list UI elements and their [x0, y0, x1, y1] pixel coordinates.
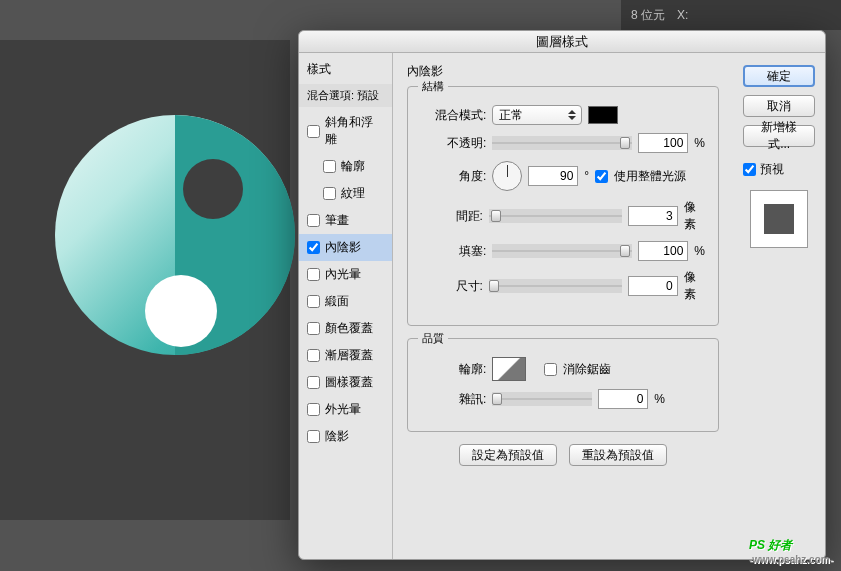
bit-depth-label: 8 位元 — [631, 7, 665, 24]
distance-slider[interactable] — [489, 209, 622, 223]
style-satin[interactable]: 緞面 — [299, 288, 392, 315]
color-swatch[interactable] — [588, 106, 618, 124]
quality-fieldset: 品質 輪廓: 消除鋸齒 雜訊: % — [407, 338, 719, 432]
style-stroke-label: 筆畫 — [325, 212, 349, 229]
style-color-overlay-check[interactable] — [307, 322, 320, 335]
artwork-notch — [183, 159, 243, 219]
style-stroke-check[interactable] — [307, 214, 320, 227]
style-inner-shadow-label: 內陰影 — [325, 239, 361, 256]
quality-legend: 品質 — [418, 331, 448, 346]
size-input[interactable] — [628, 276, 678, 296]
dialog-title: 圖層樣式 — [299, 31, 825, 53]
opacity-slider[interactable] — [492, 136, 632, 150]
style-bevel[interactable]: 斜角和浮雕 — [299, 109, 392, 153]
ok-button[interactable]: 確定 — [743, 65, 815, 87]
distance-input[interactable] — [628, 206, 678, 226]
distance-label: 間距: — [420, 208, 483, 225]
style-outer-glow-label: 外光暈 — [325, 401, 361, 418]
structure-legend: 結構 — [418, 79, 448, 94]
distance-unit: 像素 — [684, 199, 707, 233]
style-inner-glow-check[interactable] — [307, 268, 320, 281]
blend-mode-label: 混合模式: — [420, 107, 486, 124]
cancel-button[interactable]: 取消 — [743, 95, 815, 117]
noise-thumb[interactable] — [492, 393, 502, 405]
watermark-url: -www.psahz.com- — [749, 554, 833, 565]
style-bevel-check[interactable] — [307, 125, 320, 138]
angle-input[interactable] — [528, 166, 578, 186]
app-top-strip: 8 位元 X: — [621, 0, 841, 30]
style-outer-glow-check[interactable] — [307, 403, 320, 416]
style-inner-shadow-check[interactable] — [307, 241, 320, 254]
distance-thumb[interactable] — [491, 210, 501, 222]
styles-list: 樣式 混合選項: 預設 斜角和浮雕 輪廓 紋理 筆畫 內陰影 內光暈 緞面 顏色… — [299, 53, 393, 559]
style-inner-glow[interactable]: 內光暈 — [299, 261, 392, 288]
style-inner-glow-label: 內光暈 — [325, 266, 361, 283]
panel-title: 內陰影 — [407, 63, 719, 80]
preview-label: 預視 — [760, 161, 784, 178]
style-contour-label: 輪廓 — [341, 158, 365, 175]
style-color-overlay[interactable]: 顏色覆蓋 — [299, 315, 392, 342]
size-unit: 像素 — [684, 269, 707, 303]
global-light-label: 使用整體光源 — [614, 168, 686, 185]
artwork-circle — [55, 115, 295, 355]
style-bevel-label: 斜角和浮雕 — [325, 114, 384, 148]
style-pattern-overlay[interactable]: 圖樣覆蓋 — [299, 369, 392, 396]
style-inner-shadow[interactable]: 內陰影 — [299, 234, 392, 261]
opacity-input[interactable] — [638, 133, 688, 153]
angle-dial[interactable] — [492, 161, 522, 191]
size-thumb[interactable] — [489, 280, 499, 292]
style-color-overlay-label: 顏色覆蓋 — [325, 320, 373, 337]
style-pattern-overlay-label: 圖樣覆蓋 — [325, 374, 373, 391]
opacity-unit: % — [694, 136, 705, 150]
style-texture-check[interactable] — [323, 187, 336, 200]
action-column: 確定 取消 新增樣式... 預視 — [733, 53, 825, 559]
style-gradient-overlay-check[interactable] — [307, 349, 320, 362]
style-pattern-overlay-check[interactable] — [307, 376, 320, 389]
opacity-thumb[interactable] — [620, 137, 630, 149]
antialias-label: 消除鋸齒 — [563, 361, 611, 378]
size-slider[interactable] — [489, 279, 622, 293]
angle-label: 角度: — [420, 168, 486, 185]
style-contour[interactable]: 輪廓 — [299, 153, 392, 180]
choke-slider[interactable] — [492, 244, 632, 258]
layer-style-dialog: 圖層樣式 樣式 混合選項: 預設 斜角和浮雕 輪廓 紋理 筆畫 內陰影 內光暈 … — [298, 30, 826, 560]
reset-default-button[interactable]: 重設為預設值 — [569, 444, 667, 466]
x-coord-label: X: — [677, 8, 688, 22]
settings-panel: 內陰影 結構 混合模式: 正常 不透明: % 角度: — [393, 53, 733, 559]
new-style-button[interactable]: 新增樣式... — [743, 125, 815, 147]
style-satin-check[interactable] — [307, 295, 320, 308]
preview-swatch — [764, 204, 794, 234]
preview-check[interactable] — [743, 163, 756, 176]
blend-options-header[interactable]: 混合選項: 預設 — [299, 84, 392, 107]
blend-mode-value: 正常 — [499, 107, 523, 124]
watermark: PS 好者 -www.psahz.com- — [749, 531, 833, 565]
choke-input[interactable] — [638, 241, 688, 261]
style-stroke[interactable]: 筆畫 — [299, 207, 392, 234]
blend-mode-select[interactable]: 正常 — [492, 105, 582, 125]
style-contour-check[interactable] — [323, 160, 336, 173]
noise-input[interactable] — [598, 389, 648, 409]
global-light-check[interactable] — [595, 170, 608, 183]
styles-header[interactable]: 樣式 — [299, 57, 392, 82]
style-drop-shadow-label: 陰影 — [325, 428, 349, 445]
watermark-brand: PS 好者 — [749, 538, 792, 552]
style-texture[interactable]: 紋理 — [299, 180, 392, 207]
noise-label: 雜訊: — [420, 391, 486, 408]
antialias-check[interactable] — [544, 363, 557, 376]
style-drop-shadow-check[interactable] — [307, 430, 320, 443]
preview-box — [750, 190, 808, 248]
contour-label: 輪廓: — [420, 361, 486, 378]
opacity-label: 不透明: — [420, 135, 486, 152]
noise-unit: % — [654, 392, 665, 406]
choke-thumb[interactable] — [620, 245, 630, 257]
angle-unit: ° — [584, 169, 589, 183]
style-drop-shadow[interactable]: 陰影 — [299, 423, 392, 450]
artwork-white-dot — [145, 275, 217, 347]
make-default-button[interactable]: 設定為預設值 — [459, 444, 557, 466]
style-gradient-overlay[interactable]: 漸層覆蓋 — [299, 342, 392, 369]
style-outer-glow[interactable]: 外光暈 — [299, 396, 392, 423]
style-texture-label: 紋理 — [341, 185, 365, 202]
style-gradient-overlay-label: 漸層覆蓋 — [325, 347, 373, 364]
noise-slider[interactable] — [492, 392, 592, 406]
contour-picker[interactable] — [492, 357, 526, 381]
